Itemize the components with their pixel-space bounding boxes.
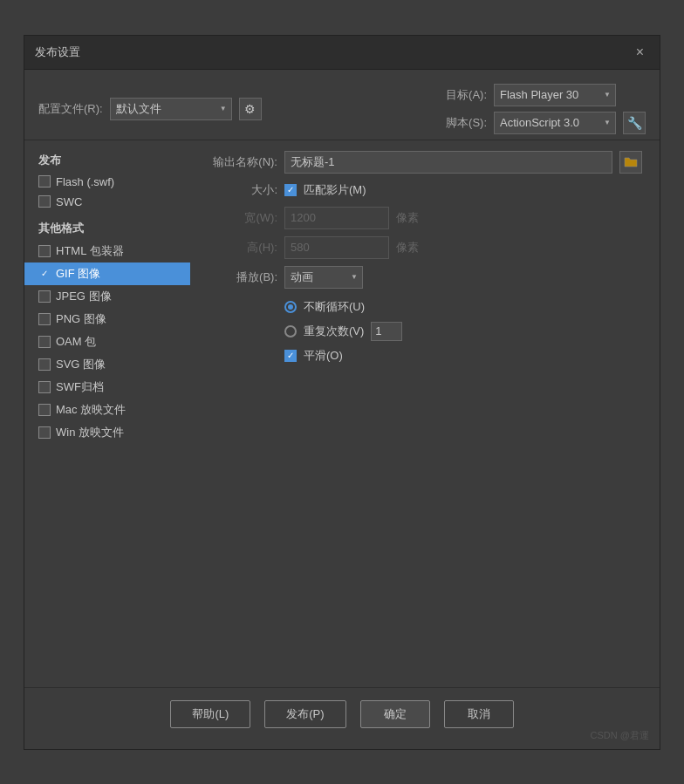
sidebar-item-swf-archive[interactable]: SWF归档 — [24, 376, 190, 399]
close-button[interactable]: × — [631, 43, 649, 62]
repeat-input[interactable] — [371, 322, 402, 341]
sidebar-item-svg[interactable]: SVG 图像 — [24, 353, 190, 376]
smooth-label: 平滑(O) — [304, 348, 343, 364]
win-label: Win 放映文件 — [56, 425, 124, 440]
help-button[interactable]: 帮助(L) — [170, 700, 250, 728]
html-checkbox[interactable] — [38, 245, 51, 257]
target-script-section: 目标(A): Flash Player 30 脚本(S): ActionScri… — [446, 84, 646, 134]
other-formats-title: 其他格式 — [24, 217, 190, 240]
repeat-radio-row: 重复次数(V) — [284, 322, 642, 341]
publish-settings-dialog: 发布设置 × 配置文件(R): 默认文件 ⚙ 目标(A): Fl — [24, 35, 660, 750]
script-select[interactable]: ActionScript 3.0 — [494, 112, 616, 134]
sidebar-item-swc[interactable]: SWC — [24, 192, 190, 212]
jpeg-checkbox[interactable] — [38, 290, 51, 303]
swf-archive-checkbox[interactable] — [38, 381, 51, 393]
watermark: CSDN @君運 — [591, 729, 649, 742]
title-bar: 发布设置 × — [24, 36, 660, 70]
png-checkbox[interactable] — [38, 313, 51, 325]
playback-select[interactable]: 动画 静态 — [284, 266, 363, 289]
svg-label: SVG 图像 — [56, 357, 106, 372]
playback-select-wrapper: 动画 静态 — [284, 266, 363, 289]
html-label: HTML 包装器 — [56, 243, 124, 259]
dialog-body: 配置文件(R): 默认文件 ⚙ 目标(A): Flash Player 30 — [24, 70, 660, 749]
smooth-row: ✓ 平滑(O) — [284, 348, 642, 364]
top-section: 配置文件(R): 默认文件 ⚙ 目标(A): Flash Player 30 — [24, 78, 660, 140]
flash-label: Flash (.swf) — [56, 175, 114, 188]
publish-section-title: 发布 — [24, 149, 190, 172]
config-section: 配置文件(R): 默认文件 ⚙ — [38, 84, 262, 134]
gif-checkbox[interactable]: ✓ — [38, 268, 51, 280]
match-movie-checkbox[interactable]: ✓ — [284, 184, 297, 196]
sidebar-item-gif[interactable]: ✓ GIF 图像 — [24, 262, 190, 285]
size-row: 大小: ✓ 匹配影片(M) — [208, 182, 642, 198]
target-select-wrapper: Flash Player 30 — [494, 84, 616, 106]
sidebar: 发布 Flash (.swf) SWC 其他格式 HTML 包装器 ✓ GIF … — [24, 144, 190, 687]
sidebar-item-flash[interactable]: Flash (.swf) — [24, 172, 190, 192]
flash-checkbox[interactable] — [38, 175, 51, 187]
sidebar-item-html[interactable]: HTML 包装器 — [24, 240, 190, 262]
output-name-input[interactable] — [284, 151, 612, 174]
target-row: 目标(A): Flash Player 30 — [446, 84, 646, 106]
config-select[interactable]: 默认文件 — [110, 98, 232, 120]
ok-button[interactable]: 确定 — [360, 700, 430, 728]
smooth-checkbox[interactable]: ✓ — [284, 350, 297, 362]
oam-checkbox[interactable] — [38, 336, 51, 348]
match-movie-label: 匹配影片(M) — [304, 182, 366, 198]
win-checkbox[interactable] — [38, 426, 51, 439]
repeat-label: 重复次数(V) — [304, 324, 364, 339]
swf-archive-label: SWF归档 — [56, 379, 104, 395]
width-unit: 像素 — [396, 210, 419, 226]
height-unit: 像素 — [396, 240, 419, 256]
sidebar-item-win[interactable]: Win 放映文件 — [24, 421, 190, 444]
right-panel: 输出名称(N): 大小: ✓ 匹配影片(M) 宽(W): — [190, 144, 660, 687]
folder-button[interactable] — [619, 151, 642, 174]
mac-checkbox[interactable] — [38, 404, 51, 416]
loop-label: 不断循环(U) — [304, 299, 365, 315]
loop-radio[interactable] — [284, 301, 297, 313]
width-row: 宽(W): 像素 — [208, 207, 642, 229]
width-label: 宽(W): — [208, 210, 277, 226]
gear-button[interactable]: ⚙ — [239, 98, 262, 120]
sidebar-item-mac[interactable]: Mac 放映文件 — [24, 399, 190, 421]
script-label: 脚本(S): — [446, 115, 487, 131]
config-select-wrapper: 默认文件 — [110, 98, 232, 120]
main-content: 发布 Flash (.swf) SWC 其他格式 HTML 包装器 ✓ GIF … — [24, 144, 660, 687]
output-name-row: 输出名称(N): — [208, 151, 642, 174]
footer: 帮助(L) 发布(P) 确定 取消 — [24, 687, 660, 740]
sidebar-item-oam[interactable]: OAM 包 — [24, 331, 190, 353]
dialog-title: 发布设置 — [35, 44, 80, 60]
gif-label: GIF 图像 — [56, 266, 100, 282]
png-label: PNG 图像 — [56, 311, 106, 327]
loop-radio-row: 不断循环(U) — [284, 299, 642, 315]
height-row: 高(H): 像素 — [208, 236, 642, 259]
size-label: 大小: — [208, 182, 277, 198]
oam-label: OAM 包 — [56, 334, 96, 350]
script-row: 脚本(S): ActionScript 3.0 🔧 — [446, 112, 646, 134]
playback-label: 播放(B): — [208, 269, 277, 285]
sidebar-item-jpeg[interactable]: JPEG 图像 — [24, 285, 190, 308]
height-label: 高(H): — [208, 240, 277, 256]
publish-button[interactable]: 发布(P) — [264, 700, 345, 728]
swc-label: SWC — [56, 195, 82, 208]
mac-label: Mac 放映文件 — [56, 402, 126, 418]
output-name-label: 输出名称(N): — [208, 154, 277, 170]
sidebar-item-png[interactable]: PNG 图像 — [24, 308, 190, 331]
svg-checkbox[interactable] — [38, 358, 51, 371]
target-select[interactable]: Flash Player 30 — [494, 84, 616, 106]
config-label: 配置文件(R): — [38, 101, 103, 117]
width-input — [284, 207, 389, 229]
wrench-button[interactable]: 🔧 — [623, 112, 646, 134]
height-input — [284, 236, 389, 259]
cancel-button[interactable]: 取消 — [444, 700, 514, 728]
radio-group: 不断循环(U) 重复次数(V) — [284, 299, 642, 341]
swc-checkbox[interactable] — [38, 195, 51, 208]
script-select-wrapper: ActionScript 3.0 — [494, 112, 616, 134]
jpeg-label: JPEG 图像 — [56, 289, 112, 304]
playback-row: 播放(B): 动画 静态 — [208, 266, 642, 289]
target-label: 目标(A): — [446, 87, 487, 103]
repeat-radio[interactable] — [284, 325, 297, 337]
